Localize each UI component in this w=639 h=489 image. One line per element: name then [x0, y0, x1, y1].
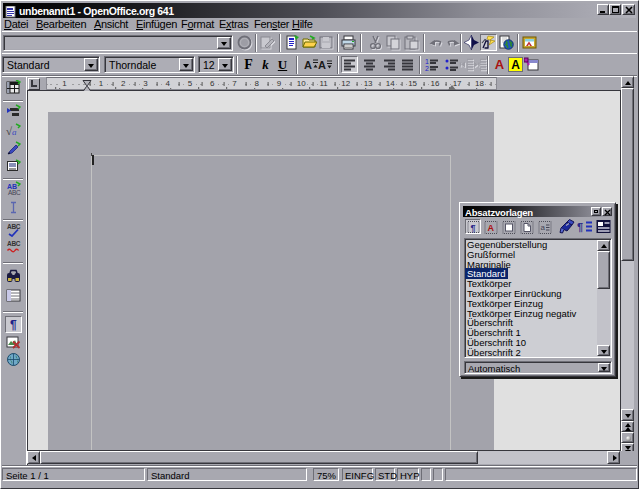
svg-text:ABC: ABC: [7, 223, 21, 230]
svg-text:2: 2: [425, 65, 429, 72]
svg-text:A: A: [304, 59, 312, 71]
svg-text:ABC: ABC: [7, 240, 21, 247]
svg-text:a: a: [541, 223, 546, 232]
svg-text:1: 1: [425, 58, 429, 65]
svg-text:¶: ¶: [471, 223, 476, 233]
svg-text:A: A: [488, 223, 495, 233]
svg-text:A: A: [318, 59, 326, 71]
svg-text:ABC: ABC: [8, 189, 21, 196]
svg-text:¶: ¶: [577, 221, 583, 233]
svg-text:a: a: [12, 127, 17, 137]
